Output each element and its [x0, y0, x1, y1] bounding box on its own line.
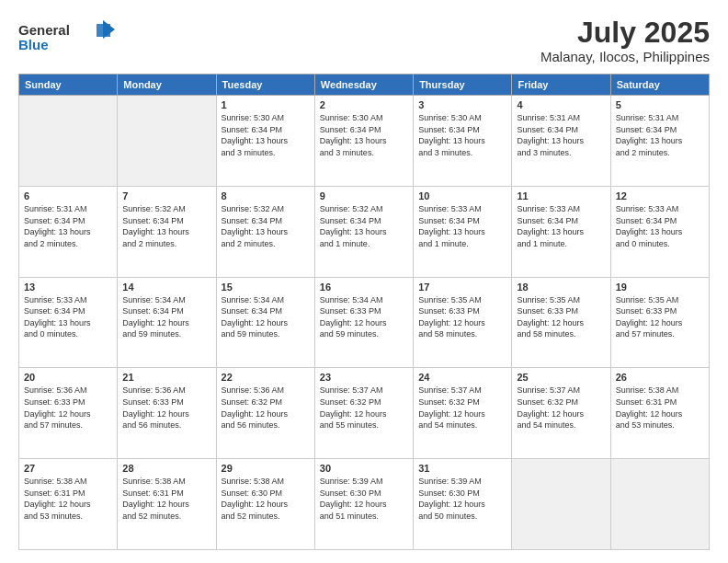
day-number: 1 [222, 99, 310, 110]
calendar-cell: 13Sunrise: 5:33 AM Sunset: 6:34 PM Dayli… [19, 277, 118, 368]
day-number: 4 [517, 99, 605, 110]
calendar-cell [610, 459, 709, 550]
day-number: 30 [320, 463, 408, 474]
page: General Blue July 2025 Malanay, Ilocos, … [0, 0, 728, 563]
day-number: 6 [24, 190, 112, 201]
calendar-cell: 6Sunrise: 5:31 AM Sunset: 6:34 PM Daylig… [19, 186, 118, 277]
calendar-cell: 4Sunrise: 5:31 AM Sunset: 6:34 PM Daylig… [512, 96, 610, 187]
day-detail: Sunrise: 5:32 AM Sunset: 6:34 PM Dayligh… [222, 203, 310, 249]
calendar-cell: 9Sunrise: 5:32 AM Sunset: 6:34 PM Daylig… [314, 186, 413, 277]
day-detail: Sunrise: 5:35 AM Sunset: 6:33 PM Dayligh… [418, 294, 506, 340]
day-number: 7 [122, 190, 210, 201]
logo: General Blue [18, 17, 129, 61]
calendar-table: Sunday Monday Tuesday Wednesday Thursday… [18, 74, 710, 550]
day-detail: Sunrise: 5:30 AM Sunset: 6:34 PM Dayligh… [418, 112, 506, 158]
day-number: 17 [418, 282, 506, 293]
calendar-cell: 12Sunrise: 5:33 AM Sunset: 6:34 PM Dayli… [610, 186, 709, 277]
day-number: 9 [320, 190, 408, 201]
day-detail: Sunrise: 5:37 AM Sunset: 6:32 PM Dayligh… [320, 385, 408, 431]
col-thursday: Thursday [414, 75, 512, 96]
page-title: July 2025 [540, 17, 710, 49]
day-detail: Sunrise: 5:39 AM Sunset: 6:30 PM Dayligh… [320, 476, 408, 522]
day-detail: Sunrise: 5:33 AM Sunset: 6:34 PM Dayligh… [418, 203, 506, 249]
day-detail: Sunrise: 5:31 AM Sunset: 6:34 PM Dayligh… [616, 112, 704, 158]
day-number: 3 [418, 99, 506, 110]
day-number: 10 [418, 190, 506, 201]
svg-text:General: General [18, 22, 70, 38]
calendar-week-row: 1Sunrise: 5:30 AM Sunset: 6:34 PM Daylig… [19, 96, 710, 187]
calendar-cell: 20Sunrise: 5:36 AM Sunset: 6:33 PM Dayli… [19, 368, 118, 459]
day-detail: Sunrise: 5:32 AM Sunset: 6:34 PM Dayligh… [320, 203, 408, 249]
calendar-cell: 11Sunrise: 5:33 AM Sunset: 6:34 PM Dayli… [512, 186, 610, 277]
day-detail: Sunrise: 5:30 AM Sunset: 6:34 PM Dayligh… [222, 112, 310, 158]
calendar-week-row: 6Sunrise: 5:31 AM Sunset: 6:34 PM Daylig… [19, 186, 710, 277]
day-number: 18 [517, 282, 605, 293]
calendar-cell: 23Sunrise: 5:37 AM Sunset: 6:32 PM Dayli… [314, 368, 413, 459]
day-number: 27 [24, 463, 112, 474]
calendar-cell: 30Sunrise: 5:39 AM Sunset: 6:30 PM Dayli… [314, 459, 413, 550]
day-detail: Sunrise: 5:39 AM Sunset: 6:30 PM Dayligh… [418, 476, 506, 522]
day-detail: Sunrise: 5:34 AM Sunset: 6:33 PM Dayligh… [320, 294, 408, 340]
day-detail: Sunrise: 5:36 AM Sunset: 6:32 PM Dayligh… [222, 385, 310, 431]
day-detail: Sunrise: 5:38 AM Sunset: 6:31 PM Dayligh… [122, 476, 210, 522]
day-detail: Sunrise: 5:38 AM Sunset: 6:31 PM Dayligh… [24, 476, 112, 522]
day-detail: Sunrise: 5:34 AM Sunset: 6:34 PM Dayligh… [122, 294, 210, 340]
day-number: 23 [320, 372, 408, 383]
header: General Blue July 2025 Malanay, Ilocos, … [18, 17, 710, 64]
day-number: 15 [222, 282, 310, 293]
day-number: 22 [222, 372, 310, 383]
calendar-cell: 29Sunrise: 5:38 AM Sunset: 6:30 PM Dayli… [216, 459, 314, 550]
day-detail: Sunrise: 5:31 AM Sunset: 6:34 PM Dayligh… [517, 112, 605, 158]
calendar-cell: 22Sunrise: 5:36 AM Sunset: 6:32 PM Dayli… [216, 368, 314, 459]
calendar-cell: 18Sunrise: 5:35 AM Sunset: 6:33 PM Dayli… [512, 277, 610, 368]
day-detail: Sunrise: 5:35 AM Sunset: 6:33 PM Dayligh… [616, 294, 704, 340]
col-wednesday: Wednesday [314, 75, 413, 96]
calendar-cell: 5Sunrise: 5:31 AM Sunset: 6:34 PM Daylig… [610, 96, 709, 187]
calendar-cell: 31Sunrise: 5:39 AM Sunset: 6:30 PM Dayli… [414, 459, 512, 550]
calendar-header-row: Sunday Monday Tuesday Wednesday Thursday… [19, 75, 710, 96]
day-number: 5 [616, 99, 704, 110]
calendar-cell: 24Sunrise: 5:37 AM Sunset: 6:32 PM Dayli… [414, 368, 512, 459]
calendar-week-row: 20Sunrise: 5:36 AM Sunset: 6:33 PM Dayli… [19, 368, 710, 459]
calendar-cell: 3Sunrise: 5:30 AM Sunset: 6:34 PM Daylig… [414, 96, 512, 187]
calendar-cell: 10Sunrise: 5:33 AM Sunset: 6:34 PM Dayli… [414, 186, 512, 277]
calendar-cell: 16Sunrise: 5:34 AM Sunset: 6:33 PM Dayli… [314, 277, 413, 368]
col-tuesday: Tuesday [216, 75, 314, 96]
calendar-cell: 15Sunrise: 5:34 AM Sunset: 6:34 PM Dayli… [216, 277, 314, 368]
calendar-cell [118, 96, 216, 187]
day-detail: Sunrise: 5:33 AM Sunset: 6:34 PM Dayligh… [517, 203, 605, 249]
day-detail: Sunrise: 5:35 AM Sunset: 6:33 PM Dayligh… [517, 294, 605, 340]
day-number: 24 [418, 372, 506, 383]
day-detail: Sunrise: 5:38 AM Sunset: 6:31 PM Dayligh… [616, 385, 704, 431]
svg-text:Blue: Blue [18, 37, 49, 52]
day-number: 29 [222, 463, 310, 474]
logo-svg: General Blue [18, 17, 129, 57]
day-number: 28 [122, 463, 210, 474]
calendar-cell: 21Sunrise: 5:36 AM Sunset: 6:33 PM Dayli… [118, 368, 216, 459]
day-number: 8 [222, 190, 310, 201]
calendar-cell: 1Sunrise: 5:30 AM Sunset: 6:34 PM Daylig… [216, 96, 314, 187]
day-number: 31 [418, 463, 506, 474]
calendar-week-row: 27Sunrise: 5:38 AM Sunset: 6:31 PM Dayli… [19, 459, 710, 550]
day-number: 13 [24, 282, 112, 293]
day-detail: Sunrise: 5:37 AM Sunset: 6:32 PM Dayligh… [418, 385, 506, 431]
day-detail: Sunrise: 5:36 AM Sunset: 6:33 PM Dayligh… [24, 385, 112, 431]
day-number: 11 [517, 190, 605, 201]
calendar-cell: 17Sunrise: 5:35 AM Sunset: 6:33 PM Dayli… [414, 277, 512, 368]
calendar-cell [512, 459, 610, 550]
calendar-cell: 2Sunrise: 5:30 AM Sunset: 6:34 PM Daylig… [314, 96, 413, 187]
day-number: 25 [517, 372, 605, 383]
day-detail: Sunrise: 5:36 AM Sunset: 6:33 PM Dayligh… [122, 385, 210, 431]
calendar-cell: 28Sunrise: 5:38 AM Sunset: 6:31 PM Dayli… [118, 459, 216, 550]
day-detail: Sunrise: 5:32 AM Sunset: 6:34 PM Dayligh… [122, 203, 210, 249]
col-friday: Friday [512, 75, 610, 96]
calendar-cell: 27Sunrise: 5:38 AM Sunset: 6:31 PM Dayli… [19, 459, 118, 550]
calendar-cell [19, 96, 118, 187]
day-number: 21 [122, 372, 210, 383]
day-detail: Sunrise: 5:37 AM Sunset: 6:32 PM Dayligh… [517, 385, 605, 431]
day-detail: Sunrise: 5:33 AM Sunset: 6:34 PM Dayligh… [616, 203, 704, 249]
day-number: 12 [616, 190, 704, 201]
calendar-cell: 14Sunrise: 5:34 AM Sunset: 6:34 PM Dayli… [118, 277, 216, 368]
day-number: 2 [320, 99, 408, 110]
day-number: 16 [320, 282, 408, 293]
